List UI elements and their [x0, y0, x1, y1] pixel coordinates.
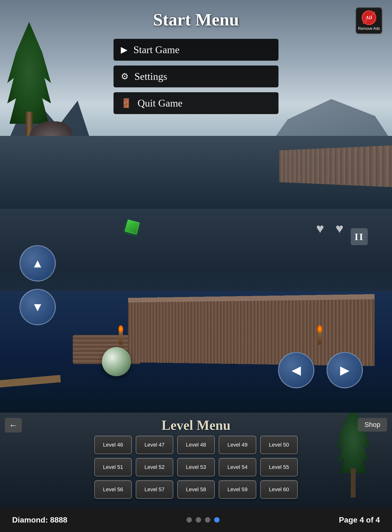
door-icon: 🚪 [121, 98, 132, 108]
start-menu-section: Start Menu AD Remove Ads ▶ Start Game ⚙ … [0, 0, 392, 209]
torch-left [119, 330, 123, 345]
start-game-button[interactable]: ▶ Start Game [114, 39, 278, 61]
level-button-53[interactable]: Level 53 [177, 458, 215, 476]
green-cube [125, 219, 139, 234]
heart-2: ♥ [335, 221, 343, 236]
remove-ads-button[interactable]: AD Remove Ads [356, 7, 382, 34]
heart-1: ♥ [316, 221, 324, 236]
page-dot-3[interactable] [205, 517, 210, 523]
page-indicator: Page 4 of 4 [339, 515, 380, 524]
gameplay-section: ♥ ♥ II ▲ ▼ ◀ ▶ [0, 209, 392, 413]
page-dot-1[interactable] [187, 517, 192, 523]
level-button-52[interactable]: Level 52 [136, 458, 173, 476]
level-button-56[interactable]: Level 56 [94, 480, 132, 499]
settings-button[interactable]: ⚙ Settings [114, 66, 278, 87]
control-up-button[interactable]: ▲ [19, 245, 56, 282]
level-button-55[interactable]: Level 55 [260, 458, 298, 476]
level-button-46[interactable]: Level 46 [94, 436, 132, 454]
quit-game-button[interactable]: 🚪 Quit Game [114, 92, 278, 114]
level-button-50[interactable]: Level 50 [260, 436, 298, 454]
level-button-49[interactable]: Level 49 [219, 436, 256, 454]
torch-right [318, 330, 322, 345]
gear-icon: ⚙ [121, 71, 129, 82]
pause-button[interactable]: II [351, 228, 368, 245]
level-button-54[interactable]: Level 54 [219, 458, 256, 476]
menu-buttons-container: ▶ Start Game ⚙ Settings 🚪 Quit Game [114, 39, 278, 114]
right-arrow-icon: ▶ [340, 363, 349, 377]
control-right-button[interactable]: ▶ [327, 352, 363, 388]
page-dots [187, 517, 220, 523]
back-button[interactable]: ← [5, 418, 22, 432]
tree-foliage [7, 22, 51, 124]
down-arrow-icon: ▼ [32, 300, 44, 314]
quit-game-label: Quit Game [138, 97, 182, 109]
start-menu-title: Start Menu [153, 10, 239, 30]
level-menu-title: Level Menu [162, 417, 231, 433]
level-button-51[interactable]: Level 51 [94, 458, 132, 476]
level-button-60[interactable]: Level 60 [260, 480, 298, 499]
level-button-47[interactable]: Level 47 [136, 436, 173, 454]
level-button-58[interactable]: Level 58 [177, 480, 215, 499]
game-ball [102, 347, 131, 376]
bg-tree-trunk [351, 468, 356, 498]
up-arrow-icon: ▲ [32, 256, 44, 270]
settings-label: Settings [134, 71, 167, 82]
diamond-count: Diamond: 8888 [12, 515, 67, 524]
level-button-57[interactable]: Level 57 [136, 480, 173, 499]
level-grid: Level 46Level 47Level 48Level 49Level 50… [94, 436, 298, 499]
level-button-59[interactable]: Level 59 [219, 480, 256, 499]
pause-icon: II [354, 231, 364, 242]
dock [279, 145, 392, 187]
control-left-button[interactable]: ◀ [278, 352, 314, 388]
play-icon: ▶ [121, 45, 128, 55]
bottom-bar: Diamond: 8888 Page 4 of 4 [0, 508, 392, 532]
shop-label: Shop [365, 421, 380, 428]
page-dot-4[interactable] [214, 517, 220, 523]
start-game-label: Start Game [133, 44, 180, 56]
shop-button[interactable]: Shop [358, 418, 387, 432]
remove-ads-label: Remove Ads [358, 26, 380, 31]
control-down-button[interactable]: ▼ [19, 289, 56, 325]
remove-ads-icon: AD [362, 10, 376, 25]
back-arrow-icon: ← [9, 420, 18, 430]
level-button-48[interactable]: Level 48 [177, 436, 215, 454]
left-arrow-icon: ◀ [292, 363, 301, 377]
page-dot-2[interactable] [196, 517, 201, 523]
